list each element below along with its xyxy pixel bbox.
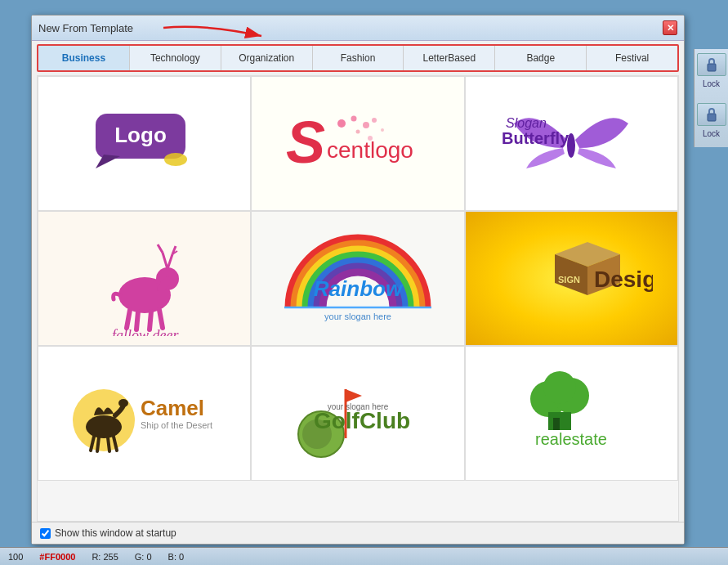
template-camel[interactable]: Camel Ship of the Desert bbox=[38, 346, 251, 481]
svg-point-3 bbox=[164, 153, 187, 166]
template-rainbow[interactable]: Rainbow your slogan here bbox=[251, 211, 464, 346]
dialog-title: New From Template bbox=[38, 22, 133, 34]
svg-text:your slogan here: your slogan here bbox=[324, 312, 391, 321]
category-tabs: Business Technology Organization Fashion… bbox=[37, 44, 679, 72]
tab-fashion[interactable]: Fashion bbox=[313, 46, 404, 70]
svg-line-22 bbox=[159, 310, 163, 328]
svg-rect-57 bbox=[553, 418, 560, 430]
tab-badge[interactable]: Badge bbox=[495, 46, 587, 70]
svg-marker-2 bbox=[96, 155, 120, 168]
svg-text:SIGN: SIGN bbox=[558, 275, 580, 285]
svg-text:Ship of the Desert: Ship of the Desert bbox=[141, 420, 212, 430]
svg-point-40 bbox=[118, 399, 128, 407]
template-logo[interactable]: Logo bbox=[38, 76, 251, 211]
lock-label-1: Lock bbox=[703, 79, 720, 88]
close-button[interactable]: ✕ bbox=[663, 20, 677, 35]
svg-rect-60 bbox=[708, 64, 716, 71]
color-b: B: 0 bbox=[168, 552, 185, 562]
svg-line-26 bbox=[167, 254, 172, 269]
svg-text:centlogo: centlogo bbox=[327, 137, 413, 163]
svg-text:Logo: Logo bbox=[114, 123, 167, 147]
svg-point-6 bbox=[337, 119, 346, 128]
show-on-startup-label[interactable]: Show this window at startup bbox=[40, 527, 176, 539]
svg-text:Camel: Camel bbox=[141, 396, 204, 420]
tab-festival[interactable]: Festival bbox=[587, 46, 677, 70]
status-bar: 100 #FF0000 R: 255 G: 0 B: 0 bbox=[0, 547, 728, 565]
zoom-level: 100 bbox=[8, 552, 23, 562]
color-r: R: 255 bbox=[92, 552, 118, 562]
svg-line-43 bbox=[108, 437, 109, 451]
svg-text:realestate: realestate bbox=[535, 430, 607, 448]
template-signdesign[interactable]: SIGN Design bbox=[465, 211, 678, 346]
new-from-template-dialog: New From Template ✕ Business Technology … bbox=[31, 15, 685, 545]
templates-grid-container[interactable]: Logo S centlogo bbox=[37, 75, 679, 522]
svg-rect-61 bbox=[708, 114, 716, 121]
svg-point-11 bbox=[381, 128, 384, 132]
svg-line-42 bbox=[97, 437, 99, 451]
footer-bar: Show this window at startup bbox=[32, 522, 684, 544]
lock-button-1[interactable] bbox=[697, 53, 726, 76]
svg-point-7 bbox=[351, 115, 356, 121]
lock-button-2[interactable] bbox=[697, 103, 726, 126]
svg-point-10 bbox=[372, 118, 377, 123]
svg-text:Design: Design bbox=[594, 267, 653, 292]
right-panel: Lock Lock bbox=[694, 49, 728, 147]
svg-marker-50 bbox=[346, 389, 362, 402]
color-g: G: 0 bbox=[135, 552, 152, 562]
svg-text:GolfClub: GolfClub bbox=[314, 408, 410, 433]
template-scentlogo[interactable]: S centlogo bbox=[251, 76, 464, 211]
tab-organization[interactable]: Organization bbox=[221, 46, 313, 70]
svg-text:S: S bbox=[286, 110, 325, 175]
svg-line-19 bbox=[127, 310, 130, 328]
template-fallow-deer[interactable]: fallow deer bbox=[38, 211, 251, 346]
svg-point-39 bbox=[86, 415, 122, 438]
show-on-startup-text: Show this window at startup bbox=[55, 527, 176, 539]
svg-text:Butterfly: Butterfly bbox=[502, 129, 569, 147]
lock-label-2: Lock bbox=[703, 129, 720, 138]
dialog-title-bar: New From Template ✕ bbox=[32, 16, 684, 41]
tab-technology[interactable]: Technology bbox=[130, 46, 221, 70]
svg-point-9 bbox=[355, 129, 360, 133]
svg-text:fallow deer: fallow deer bbox=[112, 327, 179, 336]
color-hex: #FF0000 bbox=[39, 552, 75, 562]
template-golf-club[interactable]: your slogan here GolfClub bbox=[251, 346, 464, 481]
template-butterfly[interactable]: Slogan Butterfly bbox=[465, 76, 678, 211]
svg-line-23 bbox=[163, 253, 167, 269]
svg-point-55 bbox=[543, 371, 576, 404]
tab-business[interactable]: Business bbox=[38, 46, 130, 70]
svg-text:Rainbow: Rainbow bbox=[314, 276, 404, 301]
tab-letterbased[interactable]: LetterBased bbox=[404, 46, 495, 70]
template-realestate[interactable]: realestate bbox=[465, 346, 678, 481]
svg-text:Slogan: Slogan bbox=[506, 116, 547, 130]
show-on-startup-checkbox[interactable] bbox=[40, 528, 51, 539]
svg-point-8 bbox=[363, 122, 369, 128]
